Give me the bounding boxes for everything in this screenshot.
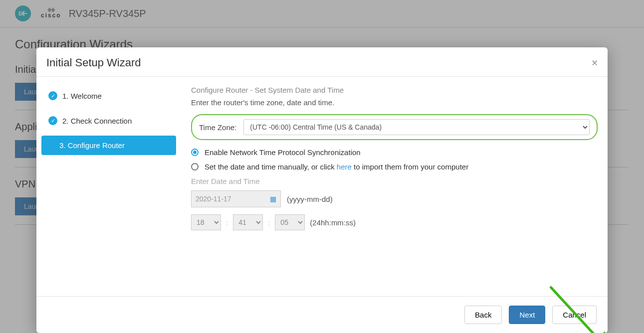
modal-footer: Back Next Cancel [36,296,608,333]
step-label: 3. Configure Router [59,141,125,150]
colon: : [268,218,270,227]
radio-label: Set the date and time manually, or click… [205,163,468,171]
modal-header: Initial Setup Wizard × [36,47,608,77]
minute-select[interactable]: 41 [233,214,263,230]
step-configure-router[interactable]: 3. Configure Router [41,136,176,155]
import-link[interactable]: here [337,163,352,171]
wizard-steps: ✓ 1. Welcome ✓ 2. Check Connection 3. Co… [41,86,186,291]
back-button[interactable]: Back [464,306,502,324]
modal-overlay: Initial Setup Wizard × ✓ 1. Welcome ✓ 2.… [0,0,644,333]
colon: : [226,218,228,227]
second-select[interactable]: 05 [275,214,305,230]
date-input[interactable]: 2020-11-17 ▦ [191,190,281,207]
step-check-connection[interactable]: ✓ 2. Check Connection [41,111,176,131]
timezone-label: Time Zone: [199,123,236,132]
time-row: 18 : 41 : 05 (24hh:mm:ss) [191,214,598,230]
step-label: 2. Check Connection [62,117,132,125]
content-heading: Configure Router - Set System Date and T… [191,86,598,94]
wizard-content: Configure Router - Set System Date and T… [186,86,598,291]
step-label: 1. Welcome [62,92,102,100]
radio-unchecked-icon [191,163,199,170]
radio-manual[interactable]: Set the date and time manually, or click… [191,163,598,171]
timezone-select[interactable]: (UTC -06:00) Central Time (US & Canada) [243,119,590,135]
timezone-highlight: Time Zone: (UTC -06:00) Central Time (US… [191,114,598,140]
check-icon: ✓ [48,116,57,125]
hour-select[interactable]: 18 [191,214,221,230]
cancel-button[interactable]: Cancel [552,306,597,324]
check-icon: ✓ [48,91,57,100]
content-sub: Enter the router's time zone, date and t… [191,98,598,107]
modal-title: Initial Setup Wizard [46,56,141,69]
step-welcome[interactable]: ✓ 1. Welcome [41,86,176,106]
radio-label: Enable Network Time Protocol Synchroniza… [205,148,361,157]
modal-dialog: Initial Setup Wizard × ✓ 1. Welcome ✓ 2.… [36,47,608,333]
modal-body: ✓ 1. Welcome ✓ 2. Check Connection 3. Co… [36,77,608,296]
datetime-label: Enter Date and Time [191,177,598,185]
date-hint: (yyyy-mm-dd) [287,195,333,203]
radio-checked-icon [191,149,199,156]
calendar-icon: ▦ [270,195,276,203]
next-button[interactable]: Next [509,306,545,324]
radio-ntp[interactable]: Enable Network Time Protocol Synchroniza… [191,148,598,157]
time-hint: (24hh:mm:ss) [310,218,356,227]
close-icon[interactable]: × [592,57,598,69]
date-value: 2020-11-17 [196,195,231,203]
date-row: 2020-11-17 ▦ (yyyy-mm-dd) [191,190,598,207]
